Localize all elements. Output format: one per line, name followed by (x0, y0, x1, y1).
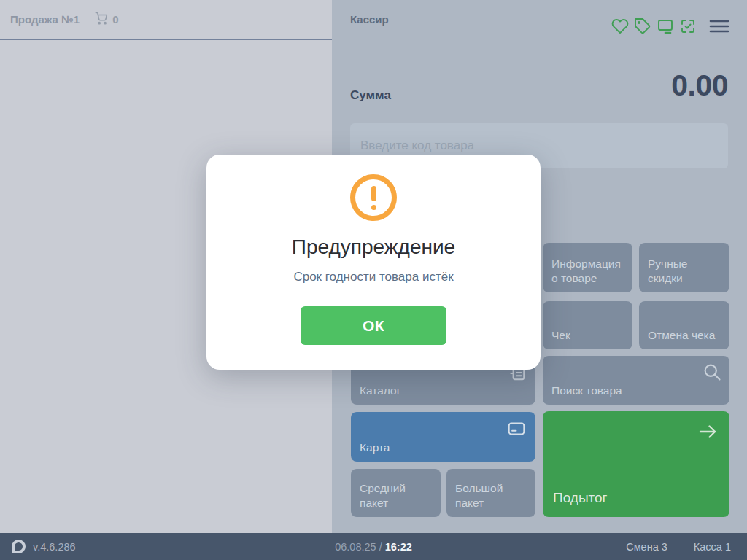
warning-exclamation-dot (371, 205, 376, 210)
register-label: Касса 1 (694, 541, 731, 553)
cancel-receipt-label: Отмена чека (648, 328, 715, 342)
cart-count: 0 (112, 13, 118, 26)
status-left: v.4.6.286 (0, 540, 76, 553)
sum-label: Сумма (350, 88, 391, 103)
subtotal-label: Подытог (553, 489, 608, 507)
status-date: 06.08.25 (335, 541, 376, 553)
catalog-label: Каталог (360, 384, 400, 397)
big-bag-label: Большой пакет (455, 481, 527, 510)
manual-discounts-label: Ручные скидки (648, 257, 721, 285)
scan-check-icon[interactable] (679, 18, 697, 35)
dialog-title: Предупреждение (292, 236, 455, 259)
manual-discounts-button[interactable]: Ручные скидки (639, 243, 729, 292)
ok-button[interactable]: ОК (301, 306, 446, 345)
favorites-heart-icon[interactable] (611, 18, 629, 35)
cart-icon (94, 11, 108, 28)
dialog-message: Срок годности товара истёк (293, 270, 453, 284)
subtotal-button[interactable]: Подытог (543, 411, 729, 517)
app-logo-icon (12, 540, 26, 553)
product-search-label: Поиск товара (551, 384, 622, 397)
warning-icon (350, 174, 397, 221)
hamburger-menu-icon[interactable] (709, 18, 729, 35)
display-icon[interactable] (657, 18, 674, 35)
cashier-label: Кассир (350, 13, 389, 26)
product-search-button[interactable]: Поиск товара (543, 356, 729, 405)
toolbar (611, 18, 729, 35)
receipt-button[interactable]: Чек (543, 301, 632, 349)
card-button[interactable]: Карта (351, 412, 535, 462)
warning-dialog: Предупреждение Срок годности товара истё… (206, 155, 541, 370)
status-time: 16:22 (385, 541, 412, 553)
receipt-label: Чек (551, 328, 570, 342)
app-version: v.4.6.286 (33, 541, 76, 553)
arrow-right-icon (696, 421, 719, 447)
sale-header: Продажа №1 0 (0, 0, 332, 40)
warning-exclamation-bar (371, 186, 376, 201)
status-right: Смена 3 Касса 1 (626, 541, 731, 553)
big-bag-button[interactable]: Большой пакет (446, 469, 535, 517)
shift-label: Смена 3 (626, 541, 667, 553)
sum-value: 0.00 (671, 69, 728, 103)
cancel-receipt-button[interactable]: Отмена чека (639, 301, 729, 349)
medium-bag-label: Средний пакет (360, 481, 432, 510)
card-icon (506, 419, 527, 441)
search-icon (702, 362, 722, 385)
card-label: Карта (360, 440, 390, 454)
medium-bag-button[interactable]: Средний пакет (351, 469, 441, 517)
pos-screen: Продажа №1 0 Кассир (0, 0, 747, 560)
product-info-label: Информация о товаре (551, 257, 624, 285)
product-info-button[interactable]: Информация о товаре (543, 243, 632, 292)
status-bar: v.4.6.286 06.08.25 / 16:22 Смена 3 Касса… (0, 533, 747, 560)
status-divider: / (379, 541, 382, 553)
tab-sale[interactable]: Продажа №1 (10, 13, 80, 26)
cart-counter: 0 (94, 11, 118, 28)
sale-tab-label: Продажа №1 (10, 13, 80, 26)
price-tag-icon[interactable] (634, 18, 651, 35)
ok-button-label: ОК (363, 317, 384, 335)
status-datetime: 06.08.25 / 16:22 (335, 541, 412, 553)
